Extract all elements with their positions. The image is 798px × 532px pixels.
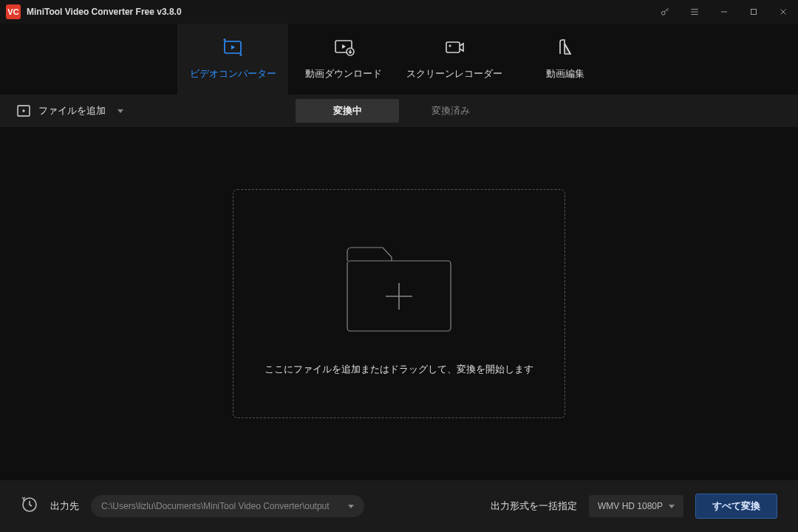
dropzone-text: ここにファイルを追加またはドラッグして、変換を開始します: [265, 363, 533, 376]
tab-video-download[interactable]: 動画ダウンロード: [288, 24, 399, 95]
app-title: MiniTool Video Converter Free v3.8.0: [27, 7, 182, 17]
app-logo: VC: [6, 4, 21, 19]
convert-all-label: すべて変換: [712, 499, 760, 513]
status-tab-label: 変換済み: [432, 104, 470, 117]
content-area: ここにファイルを追加またはドラッグして、変換を開始します: [0, 127, 798, 480]
converter-icon: [222, 38, 244, 57]
svg-rect-7: [446, 42, 460, 52]
minimize-button[interactable]: [709, 0, 739, 24]
status-tab-converting[interactable]: 変換中: [296, 99, 399, 123]
tab-video-editor[interactable]: 動画編集: [510, 24, 621, 95]
tab-label: 動画編集: [546, 67, 584, 81]
bottom-bar: 出力先 C:\Users\lizlu\Documents\MiniTool Vi…: [0, 480, 798, 532]
download-icon: [332, 38, 355, 57]
output-dir-label: 出力先: [50, 499, 79, 513]
svg-marker-5: [342, 44, 346, 49]
upgrade-key-icon[interactable]: [650, 0, 680, 24]
menu-icon[interactable]: [680, 0, 709, 24]
chevron-down-icon: [348, 505, 354, 508]
secondary-toolbar: ファイルを追加 変換中 変換済み: [0, 95, 798, 127]
chevron-down-icon: [117, 109, 123, 113]
add-file-label: ファイルを追加: [38, 104, 106, 117]
folder-add-icon: [332, 231, 466, 342]
recorder-icon: [443, 38, 466, 57]
tab-video-converter[interactable]: ビデオコンバーター: [177, 24, 288, 95]
output-format-selector[interactable]: WMV HD 1080P: [589, 495, 683, 517]
svg-marker-3: [231, 45, 235, 50]
titlebar: VC MiniTool Video Converter Free v3.8.0: [0, 0, 798, 24]
tab-label: スクリーンレコーダー: [406, 67, 502, 81]
tab-label: 動画ダウンロード: [305, 67, 382, 81]
output-format-value: WMV HD 1080P: [598, 501, 663, 511]
tab-screen-recorder[interactable]: スクリーンレコーダー: [399, 24, 510, 95]
editor-icon: [554, 38, 576, 57]
output-dir-selector[interactable]: C:\Users\lizlu\Documents\MiniTool Video …: [91, 495, 364, 517]
main-tabs: ビデオコンバーター 動画ダウンロード スクリーンレコーダー 動画編集: [0, 24, 798, 95]
close-button[interactable]: [768, 0, 798, 24]
chevron-down-icon: [669, 505, 675, 508]
add-file-button[interactable]: ファイルを追加: [9, 100, 131, 122]
maximize-button[interactable]: [739, 0, 768, 24]
svg-point-8: [449, 45, 451, 47]
tab-label: ビデオコンバーター: [190, 67, 276, 81]
history-icon[interactable]: [21, 496, 38, 516]
output-dir-path: C:\Users\lizlu\Documents\MiniTool Video …: [101, 501, 330, 511]
output-format-label: 出力形式を一括指定: [491, 499, 577, 513]
status-tab-label: 変換中: [333, 104, 362, 117]
convert-all-button[interactable]: すべて変換: [695, 494, 777, 519]
svg-point-0: [661, 11, 665, 15]
status-tab-converted[interactable]: 変換済み: [399, 99, 502, 123]
add-file-icon: [16, 104, 31, 117]
file-dropzone[interactable]: ここにファイルを追加またはドラッグして、変換を開始します: [233, 189, 565, 418]
svg-rect-1: [751, 10, 757, 15]
